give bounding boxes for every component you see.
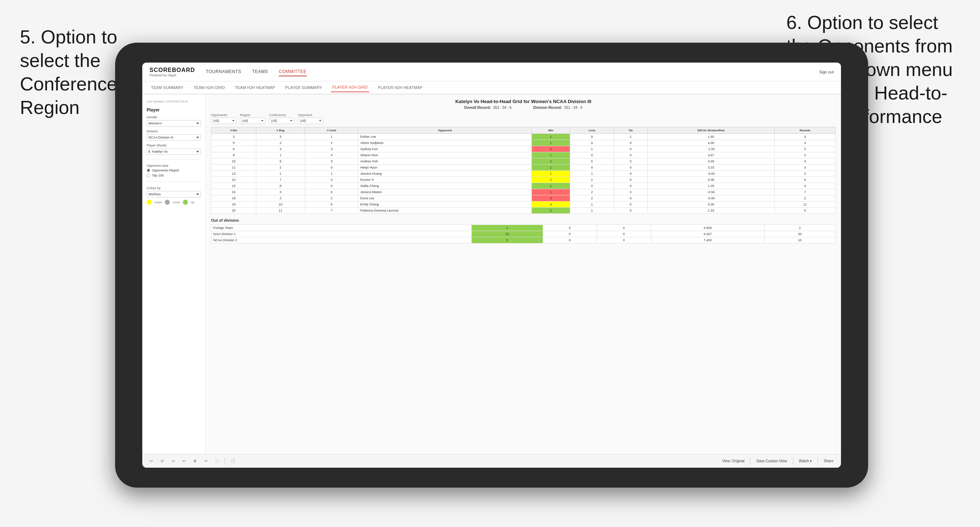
subnav-team-h2h-heatmap[interactable]: TEAM H2H HEATMAP bbox=[234, 83, 277, 92]
tablet-device: SCOREBOARD Powered by clippd TOURNAMENTS… bbox=[115, 43, 868, 487]
toolbar-redo[interactable]: ↪ bbox=[169, 458, 177, 464]
toolbar-reset[interactable]: ↩ bbox=[180, 458, 188, 464]
conference-select[interactable]: (All) bbox=[269, 117, 294, 124]
sub-nav: TEAM SUMMARY TEAM H2H GRID TEAM H2H HEAT… bbox=[142, 81, 841, 94]
player-rank-label: Player (Rank) bbox=[146, 144, 201, 147]
toolbar-watch[interactable]: Watch ▾ bbox=[797, 458, 814, 464]
cell-diff: -0.94 bbox=[647, 189, 775, 195]
cell-conf: 1 bbox=[305, 134, 358, 140]
ood-win: 15 bbox=[472, 231, 542, 237]
opponent-played-option[interactable]: Opponents Played bbox=[146, 168, 201, 172]
cell-win: 1 bbox=[532, 165, 570, 171]
cell-name: Emily Chang bbox=[358, 202, 532, 208]
toolbar-undo[interactable]: ↩ bbox=[148, 458, 155, 464]
cell-diff: 0.38 bbox=[647, 177, 775, 183]
nav-teams[interactable]: TEAMS bbox=[252, 68, 268, 76]
cell-name: Alexis Sudjianto bbox=[358, 140, 532, 146]
table-header-row: # Div # Reg # Conf Opponent Win Loss Tie… bbox=[212, 127, 835, 134]
cell-loss: 1 bbox=[570, 202, 614, 208]
cell-diff: 1.33 bbox=[647, 208, 775, 214]
conference-filter-group: Conference (All) bbox=[269, 113, 294, 124]
cell-win: 1 bbox=[532, 171, 570, 177]
cell-name: Sharon Mun bbox=[358, 152, 532, 159]
logo-text: SCOREBOARD bbox=[150, 67, 195, 73]
ood-tie: 0 bbox=[597, 231, 651, 237]
region-filter-label: Region bbox=[240, 113, 266, 117]
toolbar-view-original[interactable]: View: Original bbox=[720, 458, 747, 464]
toolbar-share[interactable]: Share bbox=[821, 458, 835, 464]
cell-win: 4 bbox=[532, 202, 570, 208]
cell-conf: 5 bbox=[305, 183, 358, 189]
toolbar-copy[interactable]: ⬚ bbox=[213, 458, 221, 464]
ood-name: NCAA Division 2 bbox=[212, 237, 472, 243]
toolbar-save-custom[interactable]: Save Custom View bbox=[754, 458, 789, 464]
col-conf: # Conf bbox=[305, 127, 358, 134]
nav-committee[interactable]: COMMITTEE bbox=[279, 68, 307, 76]
cell-reg: 6 bbox=[256, 159, 305, 165]
top100-option[interactable]: Top 100 bbox=[146, 174, 201, 177]
nav-sign-out[interactable]: Sign out bbox=[819, 70, 834, 74]
toolbar-cut[interactable]: ✂ bbox=[202, 458, 210, 464]
cell-loss: 0 bbox=[570, 152, 614, 159]
subnav-team-summary[interactable]: TEAM SUMMARY bbox=[150, 83, 185, 92]
ood-tie: 0 bbox=[597, 237, 651, 243]
sidebar: Last Updated: 27/03/2024 15:44 Player Ge… bbox=[142, 94, 206, 454]
ood-name: NAIA Division 1 bbox=[212, 231, 472, 237]
ood-table-row: NAIA Division 1 15 0 0 9.267 30 bbox=[212, 231, 835, 237]
table-row: 16 3 6 Jessica Mason 1 2 0 -0.94 7 bbox=[212, 189, 835, 195]
cell-tie: 0 bbox=[614, 183, 647, 189]
region-select[interactable]: (All) bbox=[240, 117, 266, 124]
gender-select[interactable]: Women's bbox=[146, 120, 201, 127]
colour-by-label: Colour by bbox=[146, 186, 201, 190]
cell-name: Eunice Yi bbox=[358, 177, 532, 183]
cell-reg: 8 bbox=[256, 183, 305, 189]
toolbar-sep4 bbox=[818, 457, 818, 465]
opponents-select[interactable]: (All) bbox=[211, 117, 236, 124]
cell-reg: 1 bbox=[256, 152, 305, 159]
cell-win: 1 bbox=[532, 189, 570, 195]
cell-name: Stella Cheng bbox=[358, 183, 532, 189]
cell-conf: 5 bbox=[305, 165, 358, 171]
cell-win: 0 bbox=[532, 195, 570, 202]
cell-diff: -3.00 bbox=[647, 171, 775, 177]
subnav-player-h2h-heatmap[interactable]: PLAYER H2H HEATMAP bbox=[377, 83, 424, 92]
opponent-played-radio[interactable] bbox=[146, 168, 150, 172]
cell-rounds: 4 bbox=[775, 159, 835, 165]
subnav-player-h2h-grid[interactable]: PLAYER H2H GRID bbox=[331, 83, 369, 92]
cell-div: 19 bbox=[212, 202, 256, 208]
cell-win: 1 bbox=[532, 152, 570, 159]
cell-rounds: 3 bbox=[775, 140, 835, 146]
cell-rounds: 7 bbox=[775, 189, 835, 195]
col-reg: # Reg bbox=[256, 127, 305, 134]
top100-radio[interactable] bbox=[146, 174, 150, 177]
cell-div: 6 bbox=[212, 146, 256, 152]
cell-tie: 0 bbox=[614, 195, 647, 202]
colour-by-select[interactable]: Win/loss bbox=[146, 191, 201, 197]
content-area: Katelyn Vo Head-to-Head Grid for Women's… bbox=[206, 94, 841, 454]
cell-diff: 1.25 bbox=[647, 183, 775, 189]
toolbar-settings[interactable]: ⚙ bbox=[191, 458, 199, 464]
opponent-select[interactable]: (All) bbox=[298, 117, 323, 124]
subnav-player-summary[interactable]: PLAYER SUMMARY bbox=[284, 83, 324, 92]
opponent-view-label: Opponent view bbox=[146, 164, 201, 167]
opponent-filter-label: Opponent bbox=[298, 113, 323, 117]
top-nav: SCOREBOARD Powered by clippd TOURNAMENTS… bbox=[142, 63, 841, 81]
player-rank-select[interactable]: 8. Katelyn Vo bbox=[146, 148, 201, 155]
cell-loss: 0 bbox=[570, 159, 614, 165]
toolbar-timer[interactable]: 🕐 bbox=[228, 458, 237, 464]
cell-win: 1 bbox=[532, 140, 570, 146]
opponent-view-group: Opponents Played Top 100 bbox=[146, 168, 201, 177]
logo-area: SCOREBOARD Powered by clippd bbox=[150, 67, 195, 77]
toolbar-sep2 bbox=[750, 457, 751, 465]
main-content: Last Updated: 27/03/2024 15:44 Player Ge… bbox=[142, 94, 841, 454]
subnav-team-h2h-grid[interactable]: TEAM H2H GRID bbox=[192, 83, 226, 92]
colour-up-label: Up bbox=[191, 201, 194, 204]
division-select[interactable]: NCAA Division III bbox=[146, 134, 201, 141]
nav-tournaments[interactable]: TOURNAMENTS bbox=[206, 68, 242, 76]
cell-loss: 1 bbox=[570, 171, 614, 177]
cell-loss: 1 bbox=[570, 208, 614, 214]
toolbar-separator1[interactable]: ⊙ bbox=[159, 458, 166, 464]
cell-rounds: 9 bbox=[775, 177, 835, 183]
cell-tie: 0 bbox=[614, 171, 647, 177]
sidebar-player-title: Player bbox=[146, 108, 201, 113]
